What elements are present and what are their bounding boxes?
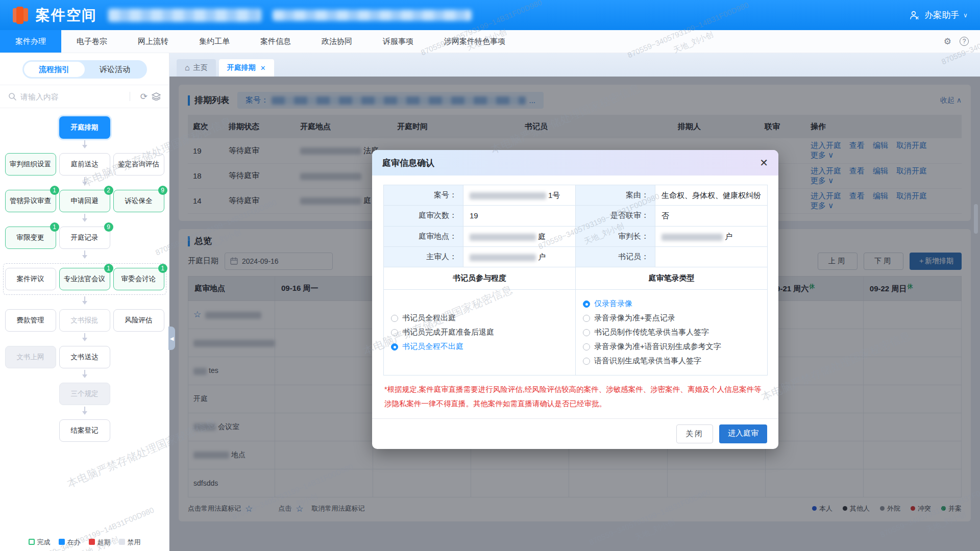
primary-nav: 案件办理电子卷宗网上流转集约工单案件信息政法协同诉服事项涉网案件特色事项 ⚙ ? [0,30,980,53]
workspace-tab-开庭排期[interactable]: 开庭排期✕ [219,59,274,77]
radio-label: 录音录像为准+语音识别生成参考文字 [594,342,721,352]
nav-utilities: ⚙ ? [944,30,980,53]
refresh-icon[interactable]: ⟳ [140,91,148,102]
participation-option[interactable]: 书记员全程不出庭 [391,342,568,352]
flow-node-管辖异议审查[interactable]: 管辖异议审查1 [5,190,56,212]
layers-icon[interactable] [152,92,161,101]
flow-node-专业法官会议[interactable]: 专业法官会议1 [59,268,110,290]
tab-litigation-activity[interactable]: 诉讼活动 [85,62,145,77]
radio-label: 书记员全程不出庭 [402,342,463,352]
legend-swatch [59,539,65,545]
flow-spacer [5,116,56,139]
flow-node-诉讼保全[interactable]: 诉讼保全9 [113,190,164,212]
close-icon[interactable]: ✕ [760,157,768,169]
close-tab-icon[interactable]: ✕ [260,64,266,72]
radio-icon[interactable] [391,315,398,322]
flow-spacer [5,419,56,442]
nav-tab-案件信息[interactable]: 案件信息 [245,30,306,53]
info-label-书记员: 书记员： [576,246,655,267]
redacted-text [662,234,723,241]
modal-header: 庭审信息确认 ✕ [372,150,778,176]
search-input[interactable] [20,92,124,101]
flow-node-badge: 1 [104,264,113,273]
sidebar-mode-switch: 流程指引 诉讼活动 [22,60,147,79]
record-type-option[interactable]: 语音识别生成笔录供当事人签字 [583,356,760,366]
redacted-case-banner-2 [273,10,472,21]
flow-node-label: 审限变更 [17,233,44,242]
process-flowchart: 开庭排期审判组织设置庭前送达鉴定咨询评估管辖异议审查1申请回避2诉讼保全9审限变… [0,108,169,442]
close-button[interactable]: 关闭 [676,424,713,443]
flow-node-审限变更[interactable]: 审限变更1 [5,227,56,249]
flow-node-开庭排期[interactable]: 开庭排期 [59,116,110,139]
participation-option[interactable]: 书记员完成开庭准备后退庭 [391,328,568,337]
participation-option[interactable]: 书记员全程出庭 [391,313,568,323]
flow-node-庭前送达[interactable]: 庭前送达 [59,153,110,176]
record-type-option[interactable]: 录音录像为准+语音识别生成参考文字 [583,342,760,352]
workspace-tab-主页[interactable]: ⌂主页 [177,59,216,77]
flow-node-申请回避[interactable]: 申请回避2 [59,190,110,212]
chevron-down-icon: ∨ [963,12,968,19]
flow-node-label: 鉴定咨询评估 [118,160,159,169]
flow-arrow [5,212,164,227]
workspace-tab-label: 主页 [193,63,208,72]
radio-icon[interactable] [583,329,590,336]
flow-node-label: 结案登记 [71,426,99,435]
flow-arrow [5,249,164,263]
info-value-主审人: 户 [463,246,576,267]
record-type-option[interactable]: 录音录像为准+要点记录 [583,313,760,323]
flow-node-文书报批[interactable]: 文书报批 [59,309,110,332]
sidebar-collapse-handle[interactable]: ◀ [168,327,175,350]
nav-tab-集约工单[interactable]: 集约工单 [184,30,245,53]
flow-arrow [5,405,164,419]
nav-tab-案件办理[interactable]: 案件办理 [0,30,61,53]
flow-arrow [5,368,164,383]
nav-tab-政法协同[interactable]: 政法协同 [306,30,368,53]
radio-label: 书记员制作传统笔录供当事人签字 [594,328,709,337]
flow-node-开庭记录[interactable]: 开庭记录9 [59,227,110,249]
info-value-庭审次数: 19 [463,206,576,226]
participation-header: 书记员参与程度 [384,267,576,290]
scrollbar-thumb[interactable] [974,204,978,234]
app-logo-icon [12,6,29,24]
record-type-option[interactable]: 书记员制作传统笔录供当事人签字 [583,328,760,337]
record-type-option[interactable]: 仅录音录像 [583,299,760,309]
assistant-menu[interactable]: 办案助手 ∨ [909,9,968,21]
flow-status-legend: 完成在办超期禁用 [0,538,169,547]
nav-tab-涉网案件特色事项[interactable]: 涉网案件特色事项 [429,30,521,53]
flow-node-费款管理[interactable]: 费款管理 [5,309,56,332]
tab-process-guide[interactable]: 流程指引 [24,62,85,77]
flow-arrow [5,139,164,153]
help-icon[interactable]: ? [960,37,969,46]
legend-swatch [29,539,35,545]
nav-tab-网上流转[interactable]: 网上流转 [122,30,184,53]
radio-selected-icon[interactable] [391,343,398,350]
nav-tab-诉服事项[interactable]: 诉服事项 [368,30,429,53]
flow-legend-完成: 完成 [29,538,51,547]
flow-spacer [5,383,56,405]
flow-spacer [113,346,164,368]
enter-hearing-button[interactable]: 进入庭审 [719,424,767,443]
flow-spacer [113,419,164,442]
flow-node-案件评议[interactable]: 案件评议 [5,268,56,290]
flow-node-审委会讨论[interactable]: 审委会讨论1 [113,268,164,290]
radio-icon[interactable] [583,343,590,350]
radio-selected-icon[interactable] [583,300,590,308]
flow-node-鉴定咨询评估[interactable]: 鉴定咨询评估 [113,153,164,176]
flow-node-文书送达[interactable]: 文书送达 [59,346,110,368]
gear-icon[interactable]: ⚙ [944,36,951,47]
workspace-tab-label: 开庭排期 [227,63,256,72]
redacted-text [470,234,536,241]
info-value-案由: 生命权、身体权、健康权纠纷 [655,185,768,206]
radio-icon[interactable] [583,315,590,322]
redacted-text [470,254,536,261]
flow-node-结案登记[interactable]: 结案登记 [59,419,110,442]
radio-label: 书记员完成开庭准备后退庭 [402,328,494,337]
radio-icon[interactable] [391,329,398,336]
flow-node-风险评估[interactable]: 风险评估 [113,309,164,332]
flow-node-审判组织设置[interactable]: 审判组织设置 [5,153,56,176]
search-icon [8,92,16,101]
radio-icon[interactable] [583,358,590,365]
nav-tab-电子卷宗[interactable]: 电子卷宗 [61,30,122,53]
info-value-书记员 [655,246,768,267]
radio-label: 书记员全程出庭 [402,313,456,323]
